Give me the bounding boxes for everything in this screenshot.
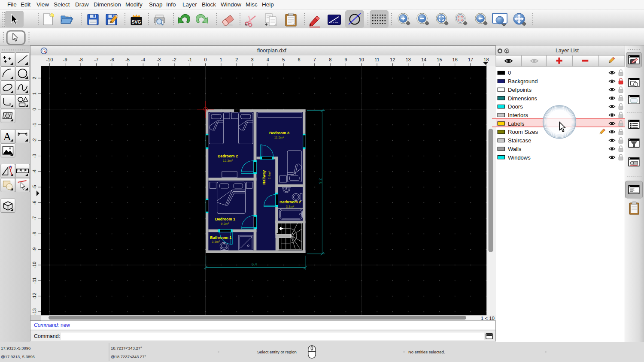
svg-text:9: 9 <box>344 57 347 62</box>
svg-text:17: 17 <box>468 57 473 62</box>
svg-text:SVG: SVG <box>131 19 141 24</box>
svg-text:1 < 10: 1 < 10 <box>481 316 495 321</box>
svg-text:-5: -5 <box>125 57 130 62</box>
svg-text:-2: -2 <box>172 57 176 62</box>
svg-text:3.3m²: 3.3m² <box>212 240 220 244</box>
svg-text:10: 10 <box>359 57 364 62</box>
svg-text:6.4: 6.4 <box>252 262 257 266</box>
svg-text:-9: -9 <box>32 247 37 252</box>
svg-text:Bathroom 2: Bathroom 2 <box>279 200 301 204</box>
svg-text:Snap: Snap <box>149 1 163 8</box>
svg-text:Draw: Draw <box>75 1 89 8</box>
svg-text:-3: -3 <box>157 57 161 62</box>
svg-text:Help: Help <box>262 1 274 8</box>
svg-text:Command: new: Command: new <box>34 322 70 328</box>
svg-text:Modify: Modify <box>125 1 143 8</box>
svg-text:Edit: Edit <box>21 1 31 8</box>
svg-text:-6: -6 <box>110 57 114 62</box>
svg-text:8: 8 <box>329 57 331 62</box>
svg-text:View: View <box>36 1 49 8</box>
svg-text:-4: -4 <box>141 57 145 62</box>
svg-text:6: 6 <box>298 57 300 62</box>
svg-text:4: 4 <box>267 57 269 62</box>
svg-text:9.2m²: 9.2m² <box>221 222 229 226</box>
svg-text:Bedroom 1: Bedroom 1 <box>215 217 235 221</box>
svg-text:9.2: 9.2 <box>318 178 322 184</box>
svg-text:Bedroom 3: Bedroom 3 <box>269 131 289 135</box>
svg-text:A: A <box>3 130 12 143</box>
svg-text:-11: -11 <box>32 278 37 284</box>
svg-text:floorplan.dxf: floorplan.dxf <box>257 48 287 54</box>
svg-text:3: 3 <box>251 57 254 62</box>
svg-text:17.9313,-5.3896: 17.9313,-5.3896 <box>1 346 30 350</box>
svg-text:@17.9313,-5.3896: @17.9313,-5.3896 <box>1 354 35 359</box>
svg-text:18: 18 <box>483 57 489 62</box>
svg-text:-3: -3 <box>32 154 37 158</box>
svg-text:Select: Select <box>54 1 70 8</box>
svg-text:1: 1 <box>220 57 222 62</box>
svg-text:Dimension: Dimension <box>94 1 121 8</box>
svg-text:7.4m²: 7.4m² <box>267 171 271 180</box>
svg-text:Window: Window <box>221 1 241 8</box>
svg-text:Room Sizes: Room Sizes <box>508 129 538 135</box>
svg-text:-7: -7 <box>94 57 99 62</box>
svg-text:Staircase: Staircase <box>508 137 531 144</box>
svg-text:Bathroom 1: Bathroom 1 <box>210 235 231 240</box>
svg-text:16: 16 <box>453 57 458 62</box>
svg-text:-9: -9 <box>63 57 67 62</box>
svg-text:15: 15 <box>437 57 442 62</box>
svg-text:No entities selected.: No entities selected. <box>408 350 445 354</box>
svg-text:Layer List: Layer List <box>556 48 579 54</box>
svg-text:12.3m²: 12.3m² <box>223 159 233 163</box>
svg-text:2: 2 <box>32 77 37 79</box>
svg-text:@18.7237<343.27°: @18.7237<343.27° <box>111 354 146 359</box>
svg-text:Background: Background <box>508 78 538 84</box>
svg-text:0: 0 <box>32 108 37 111</box>
svg-text:1: 1 <box>32 92 37 95</box>
svg-text:Select entity or region: Select entity or region <box>257 350 297 354</box>
svg-text:-5: -5 <box>32 185 37 189</box>
svg-text:-10: -10 <box>32 262 37 268</box>
svg-text:Dimensions: Dimensions <box>508 95 537 102</box>
svg-text:Command:: Command: <box>34 333 60 339</box>
svg-text:Block: Block <box>202 1 216 8</box>
svg-text:Misc: Misc <box>246 1 258 8</box>
svg-text:Info: Info <box>166 1 176 8</box>
svg-text:-2: -2 <box>32 138 37 142</box>
svg-text:Defpoints: Defpoints <box>508 87 532 93</box>
svg-text:-10: -10 <box>46 57 53 62</box>
svg-text:Doors: Doors <box>508 103 523 110</box>
svg-text:Bedroom 2: Bedroom 2 <box>218 154 238 158</box>
svg-text:-12: -12 <box>32 293 37 299</box>
svg-text:-1: -1 <box>32 123 37 127</box>
svg-text:2: 2 <box>235 57 238 62</box>
svg-text:-4: -4 <box>32 169 37 174</box>
svg-text:File: File <box>7 1 17 8</box>
svg-text:-7: -7 <box>32 216 37 220</box>
svg-text:14: 14 <box>421 57 426 62</box>
svg-text:-1: -1 <box>188 57 192 62</box>
svg-text:18.7237<343.27°: 18.7237<343.27° <box>111 346 142 350</box>
svg-text:3.3m²: 3.3m² <box>286 205 295 208</box>
svg-text:0: 0 <box>508 69 511 76</box>
svg-text:Labels: Labels <box>508 121 525 127</box>
svg-text:5: 5 <box>282 57 285 62</box>
svg-text:Walls: Walls <box>508 146 522 152</box>
svg-text:Hallway: Hallway <box>262 170 266 185</box>
svg-text:-13: -13 <box>32 308 37 315</box>
svg-text:Layer: Layer <box>182 1 197 8</box>
svg-text:11.5m²: 11.5m² <box>274 136 284 139</box>
svg-text:-8: -8 <box>79 57 83 62</box>
svg-text:7: 7 <box>313 57 316 62</box>
svg-text:Interiors: Interiors <box>508 112 528 118</box>
svg-text:12: 12 <box>390 57 395 62</box>
svg-text:-6: -6 <box>32 201 37 205</box>
svg-text:13: 13 <box>406 57 411 62</box>
svg-text:0: 0 <box>204 57 207 62</box>
svg-text:11: 11 <box>374 57 379 62</box>
svg-text:Windows: Windows <box>508 154 531 161</box>
svg-text:-8: -8 <box>32 232 37 236</box>
